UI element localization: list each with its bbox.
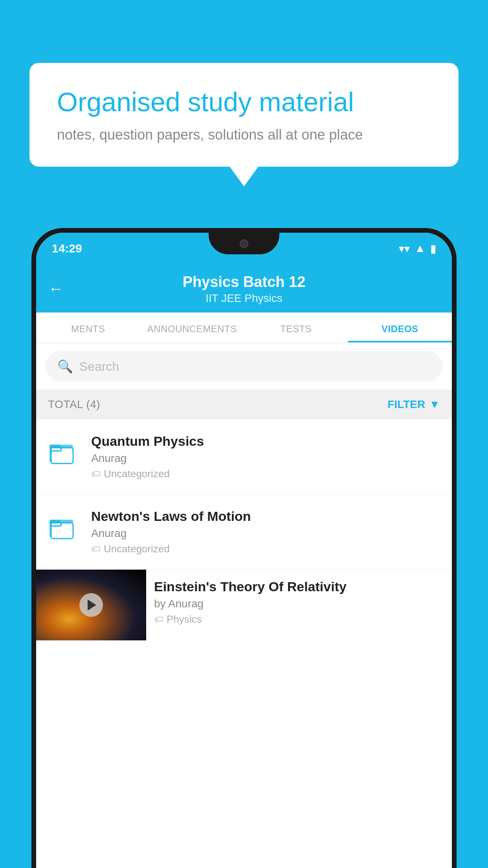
svg-rect-3 — [51, 448, 61, 451]
item-title: Newton's Laws of Motion — [91, 509, 440, 524]
battery-icon: ▮ — [430, 242, 436, 255]
tab-announcements[interactable]: ANNOUNCEMENTS — [140, 313, 244, 342]
list-item[interactable]: Quantum Physics Anurag 🏷 Uncategorized — [36, 419, 452, 495]
item-author: Anurag — [91, 452, 440, 465]
tab-bar: MENTS ANNOUNCEMENTS TESTS VIDEOS — [36, 313, 452, 343]
folder-icon-wrap — [48, 511, 79, 541]
thumbnail-wrap — [36, 570, 146, 640]
header-subtitle: IIT JEE Physics — [52, 292, 436, 305]
screen: 14:29 ▾▾ ▲ ▮ ← Physics Batch 12 IIT JEE … — [36, 233, 452, 868]
item-tag: 🏷 Uncategorized — [91, 543, 440, 555]
item-info: Quantum Physics Anurag 🏷 Uncategorized — [91, 434, 440, 480]
video-list: Quantum Physics Anurag 🏷 Uncategorized — [36, 419, 452, 640]
list-item[interactable]: Newton's Laws of Motion Anurag 🏷 Uncateg… — [36, 495, 452, 570]
wifi-icon: ▾▾ — [399, 242, 410, 255]
signal-icon: ▲ — [415, 242, 426, 255]
folder-icon — [48, 511, 76, 539]
search-placeholder: Search — [79, 359, 119, 374]
filter-bar: TOTAL (4) FILTER ▼ — [36, 390, 452, 419]
tab-tests[interactable]: TESTS — [244, 313, 348, 342]
status-icons: ▾▾ ▲ ▮ — [399, 242, 436, 255]
tab-ments[interactable]: MENTS — [36, 313, 140, 342]
total-count: TOTAL (4) — [48, 398, 100, 411]
folder-icon-wrap — [48, 436, 79, 466]
item-title: Einstein's Theory Of Relativity — [154, 579, 444, 594]
status-time: 14:29 — [52, 242, 82, 255]
tag-icon: 🏷 — [154, 614, 163, 625]
filter-button[interactable]: FILTER ▼ — [387, 398, 440, 411]
tag-icon: 🏷 — [91, 469, 101, 480]
search-icon: 🔍 — [57, 359, 73, 374]
item-tag: 🏷 Uncategorized — [91, 468, 440, 480]
list-item-thumb[interactable]: Einstein's Theory Of Relativity by Anura… — [36, 570, 452, 640]
speech-bubble: Organised study material notes, question… — [29, 63, 459, 167]
header-title: Physics Batch 12 — [52, 274, 436, 291]
tab-videos[interactable]: VIDEOS — [348, 313, 452, 342]
phone-inner: 14:29 ▾▾ ▲ ▮ ← Physics Batch 12 IIT JEE … — [36, 233, 452, 868]
item-tag: 🏷 Physics — [154, 613, 444, 625]
thumb-info: Einstein's Theory Of Relativity by Anura… — [146, 570, 452, 633]
item-title: Quantum Physics — [91, 434, 440, 449]
search-container: 🔍 Search — [36, 343, 452, 390]
notch — [209, 233, 279, 254]
status-bar: 14:29 ▾▾ ▲ ▮ — [36, 233, 452, 264]
item-author: by Anurag — [154, 598, 444, 610]
phone-frame: 14:29 ▾▾ ▲ ▮ ← Physics Batch 12 IIT JEE … — [31, 228, 457, 868]
back-button[interactable]: ← — [48, 280, 64, 297]
search-bar[interactable]: 🔍 Search — [46, 351, 442, 382]
play-button[interactable] — [79, 593, 103, 617]
item-author: Anurag — [91, 527, 440, 540]
app-header: ← Physics Batch 12 IIT JEE Physics — [36, 264, 452, 313]
filter-funnel-icon: ▼ — [429, 398, 440, 411]
bubble-subtitle: notes, question papers, solutions all at… — [57, 127, 431, 143]
folder-icon — [48, 436, 76, 464]
play-triangle-icon — [88, 600, 96, 611]
bubble-title: Organised study material — [57, 86, 431, 117]
front-camera — [240, 239, 248, 248]
item-info: Newton's Laws of Motion Anurag 🏷 Uncateg… — [91, 509, 440, 555]
svg-rect-7 — [51, 523, 61, 526]
tag-icon: 🏷 — [91, 544, 101, 555]
